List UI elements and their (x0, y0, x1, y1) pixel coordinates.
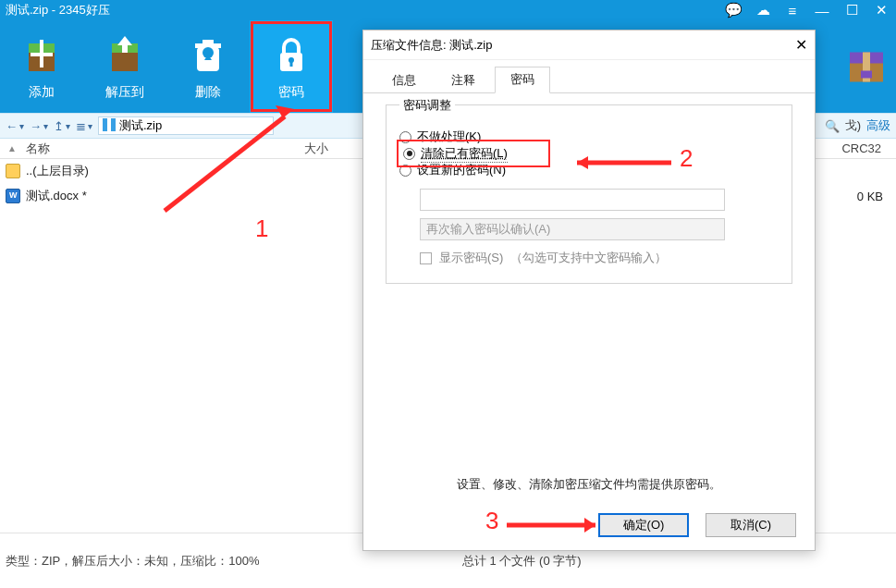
list-sort-indicator[interactable]: ▲ (7, 143, 17, 153)
minimize-icon[interactable]: — (813, 3, 831, 18)
dialog-title: 压缩文件信息: 测试.zip (371, 37, 492, 54)
password-button[interactable]: 密码 (250, 20, 333, 113)
add-label: 添加 (29, 84, 55, 101)
show-password-label: 显示密码(S) (439, 250, 503, 266)
cancel-button[interactable]: 取消(C) (706, 513, 796, 537)
archive-icon (844, 43, 889, 91)
dialog-body: 密码调整 不做处理(K) 清除已有密码(L) 设置新的密码(N) 再次输入密码以… (363, 93, 815, 513)
radio-icon (399, 131, 411, 143)
titlebar: 测试.zip - 2345好压 💬 ☁ ≡ — ☐ ✕ (0, 0, 896, 20)
dialog-buttons: 确定(O) 取消(C) (363, 513, 815, 550)
nav-back[interactable]: ←▾ (6, 119, 24, 133)
password-label: 密码 (278, 84, 304, 101)
radio-icon (403, 148, 415, 160)
add-icon (19, 32, 64, 77)
column-crc[interactable]: CRC32 (822, 141, 896, 155)
svg-rect-13 (290, 61, 293, 67)
archive-file-icon (103, 118, 116, 134)
tab-comment[interactable]: 注释 (436, 67, 491, 93)
delete-icon (186, 32, 230, 77)
delete-button[interactable]: 删除 (166, 20, 250, 113)
extract-label: 解压到 (105, 84, 144, 101)
nav-advanced-link[interactable]: 高级 (866, 117, 890, 134)
svg-rect-17 (861, 71, 872, 79)
column-name[interactable]: 名称 (0, 141, 267, 157)
lock-icon (269, 32, 313, 77)
dialog-close-icon[interactable]: ✕ (795, 36, 807, 54)
add-button[interactable]: 添加 (0, 20, 83, 113)
dialog-titlebar: 压缩文件信息: 测试.zip ✕ (363, 31, 815, 60)
confirm-placeholder: 再次输入密码以确认(A) (426, 221, 550, 238)
radio-set-label: 设置新的密码(N) (417, 162, 506, 178)
window-controls: 💬 ☁ ≡ — ☐ ✕ (724, 2, 890, 18)
file-info-dialog: 压缩文件信息: 测试.zip ✕ 信息 注释 密码 密码调整 不做处理(K) 清… (362, 30, 816, 551)
tab-info[interactable]: 信息 (376, 67, 432, 93)
svg-rect-4 (112, 51, 138, 71)
dialog-note: 设置、修改、清除加密压缩文件均需提供原密码。 (386, 476, 792, 493)
svg-rect-10 (203, 40, 214, 44)
window-title: 测试.zip - 2345好压 (6, 2, 110, 18)
ok-button[interactable]: 确定(O) (598, 513, 689, 537)
extract-button[interactable]: 解压到 (83, 20, 166, 113)
confirm-password-input[interactable]: 再次输入密码以确认(A) (420, 218, 725, 240)
path-field[interactable]: 测试.zip (98, 116, 274, 135)
show-password-row[interactable]: 显示密码(S) （勾选可支持中文密码输入） (420, 250, 779, 266)
status-right: 总计 1 个文件 (0 字节) (462, 553, 582, 570)
fieldset-legend: 密码调整 (399, 97, 455, 114)
nav-right-segment: 戈) (845, 117, 861, 134)
nav-list[interactable]: ≣▾ (76, 119, 92, 133)
extract-icon (103, 32, 147, 77)
delete-label: 删除 (195, 84, 221, 101)
tab-password[interactable]: 密码 (495, 67, 550, 93)
maximize-icon[interactable]: ☐ (842, 2, 861, 18)
show-password-note: （勾选可支持中文密码输入） (510, 250, 667, 266)
dialog-tabs: 信息 注释 密码 (363, 66, 815, 93)
close-icon[interactable]: ✕ (872, 2, 890, 18)
folder-icon (6, 164, 20, 178)
file-size: 0 KB (822, 190, 896, 203)
search-icon[interactable]: 🔍 (825, 119, 840, 133)
path-text: 测试.zip (119, 117, 162, 134)
radio-set-password[interactable]: 设置新的密码(N) (399, 159, 779, 181)
nav-up[interactable]: ↥▾ (54, 119, 70, 133)
column-size[interactable]: 大小 (267, 141, 341, 157)
svg-rect-7 (122, 43, 128, 53)
checkbox-icon (420, 252, 432, 264)
password-fieldset: 密码调整 不做处理(K) 清除已有密码(L) 设置新的密码(N) 再次输入密码以… (386, 104, 792, 284)
svg-rect-3 (31, 53, 53, 56)
chat-icon[interactable]: 💬 (724, 2, 743, 18)
radio-icon (399, 165, 411, 177)
docx-icon (6, 189, 20, 203)
radio-no-action-label: 不做处理(K) (417, 129, 481, 145)
nav-forward[interactable]: →▾ (30, 119, 48, 133)
svg-rect-19 (107, 118, 111, 131)
cloud-icon[interactable]: ☁ (754, 2, 772, 18)
menu-icon[interactable]: ≡ (783, 3, 802, 18)
status-left: 类型：ZIP，解压后大小：未知，压缩比：100% (6, 553, 259, 570)
new-password-input[interactable] (420, 189, 725, 211)
radio-clear-label: 清除已有密码(L) (421, 145, 508, 163)
